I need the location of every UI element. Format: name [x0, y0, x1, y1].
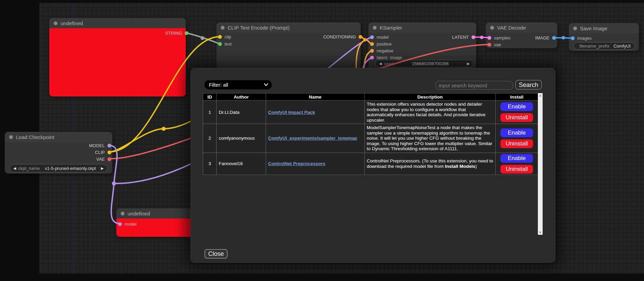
- clip-out-port-dot[interactable]: [108, 151, 111, 154]
- seed-widget-label: seed: [384, 61, 393, 66]
- search-button[interactable]: Search: [515, 80, 542, 90]
- port-string-output[interactable]: STRING: [165, 31, 188, 35]
- model-port-dot[interactable]: [118, 222, 122, 226]
- node-header[interactable]: Save Image: [569, 23, 639, 33]
- latent-port-dot[interactable]: [472, 35, 475, 39]
- close-button[interactable]: Close: [204, 249, 228, 259]
- port-conditioning-output[interactable]: CONDITIONING: [323, 35, 362, 39]
- string-port-dot[interactable]: [185, 31, 188, 35]
- node-status-dot-icon: [373, 26, 377, 30]
- port-label: CLIP: [95, 150, 105, 155]
- images-port-dot[interactable]: [571, 36, 575, 40]
- extension-manager-dialog: Filter: all Search ID Author Name Descri…: [191, 68, 555, 263]
- enable-button[interactable]: Enable: [500, 154, 533, 163]
- node-header[interactable]: VAE Decode: [486, 22, 557, 33]
- samples-port-dot[interactable]: [488, 36, 491, 40]
- node-load-checkpoint[interactable]: Load Checkpoint MODEL CLIP VAE ◀ ckpt_na…: [5, 132, 112, 174]
- port-image-output[interactable]: IMAGE: [535, 36, 556, 40]
- enable-button[interactable]: Enable: [500, 128, 533, 137]
- node-undefined-top[interactable]: undefined STRING: [49, 18, 186, 96]
- node-status-dot-icon: [490, 26, 494, 30]
- filter-select[interactable]: Filter: all: [204, 80, 272, 89]
- extension-link[interactable]: ComfyUI Impact Pack: [268, 110, 315, 115]
- port-vae-output[interactable]: VAE: [96, 157, 111, 161]
- widget-label: filename_prefix: [579, 43, 609, 49]
- node-ksampler[interactable]: KSampler model positive negative latent_…: [368, 22, 476, 70]
- extension-link[interactable]: ControlNet Preprocessors: [268, 161, 325, 166]
- node-header[interactable]: CLIP Text Encode (Prompt): [216, 22, 361, 33]
- seed-increment-icon[interactable]: ▶: [467, 62, 470, 66]
- header-description: Description: [365, 93, 496, 101]
- cell-id: 2: [203, 124, 217, 153]
- port-vae-input[interactable]: vae: [488, 42, 501, 47]
- enable-button[interactable]: Enable: [500, 102, 533, 111]
- port-text-input[interactable]: text: [218, 42, 232, 46]
- node-header[interactable]: undefined: [116, 208, 195, 218]
- port-label: VAE: [96, 157, 105, 162]
- vae-port-dot[interactable]: [488, 43, 491, 47]
- node-clip-text-encode[interactable]: CLIP Text Encode (Prompt) clip text COND…: [216, 22, 361, 70]
- negative-port-dot[interactable]: [370, 49, 374, 53]
- scroll-down-icon[interactable]: ▼: [539, 230, 541, 235]
- uninstall-button[interactable]: Uninstall: [500, 139, 533, 148]
- header-install: Install: [496, 93, 538, 101]
- filename-prefix-widget[interactable]: filename_prefix ComfyUI: [574, 42, 635, 50]
- vae-out-port-dot[interactable]: [108, 157, 111, 161]
- port-clip-input[interactable]: clip: [218, 35, 231, 39]
- image-port-dot[interactable]: [552, 36, 556, 40]
- extension-table-container: ID Author Name Description Install 1 Dr.…: [203, 93, 543, 235]
- port-label: MODEL: [89, 143, 105, 148]
- ckpt-decrement-icon[interactable]: ◀: [13, 166, 16, 171]
- table-scrollbar[interactable]: ▲ ▼: [538, 93, 543, 235]
- node-status-dot-icon: [121, 212, 125, 215]
- ckpt-increment-icon[interactable]: ▶: [101, 166, 104, 171]
- port-samples-input[interactable]: samples: [488, 36, 510, 40]
- model-port-dot[interactable]: [370, 35, 374, 39]
- port-latent-output[interactable]: LATENT: [452, 35, 475, 39]
- widget-label: ckpt_name: [18, 166, 40, 171]
- node-vae-decode[interactable]: VAE Decode samples vae IMAGE: [486, 22, 557, 48]
- port-model-output[interactable]: MODEL: [89, 143, 111, 147]
- conditioning-port-dot[interactable]: [359, 35, 362, 39]
- port-label: IMAGE: [535, 35, 549, 40]
- node-header[interactable]: KSampler: [368, 22, 476, 33]
- cell-id: 1: [203, 101, 217, 124]
- text-port-dot[interactable]: [218, 42, 222, 46]
- port-clip-output[interactable]: CLIP: [95, 150, 111, 154]
- port-label: clip: [225, 34, 231, 39]
- node-save-image[interactable]: Save Image images filename_prefix ComfyU…: [569, 23, 639, 51]
- cell-description: ModelSamplerTonemapNoiseTest a node that…: [365, 124, 496, 153]
- ckpt-name-widget[interactable]: ◀ ckpt_name v1-5-pruned-emaonly.ckpt ▶: [10, 164, 108, 172]
- port-label: LATENT: [452, 35, 469, 40]
- seed-decrement-icon[interactable]: ◀: [379, 62, 382, 66]
- model-out-port-dot[interactable]: [108, 144, 111, 147]
- node-title: undefined: [128, 211, 150, 216]
- port-model-input[interactable]: model: [370, 35, 389, 39]
- uninstall-button[interactable]: Uninstall: [500, 113, 533, 122]
- extension-link[interactable]: ComfyUI_experiments/sampler_tonemap: [268, 136, 357, 141]
- description-text: ModelSamplerTonemapNoiseTest a node that…: [367, 125, 492, 151]
- comfyui-canvas[interactable]: undefined STRING CLIP Text Encode (Promp…: [0, 0, 644, 281]
- port-label: positive: [377, 41, 392, 47]
- port-model-input[interactable]: model: [118, 222, 136, 226]
- clip-port-dot[interactable]: [218, 35, 222, 39]
- positive-port-dot[interactable]: [370, 42, 374, 46]
- node-header[interactable]: undefined: [49, 18, 186, 28]
- node-undefined-bottom[interactable]: undefined model: [116, 208, 195, 237]
- extension-table: ID Author Name Description Install 1 Dr.…: [203, 93, 538, 175]
- seed-widget[interactable]: ◀ seed 156680208700286 ▶: [375, 60, 474, 67]
- port-latent-image-input[interactable]: latent_image: [370, 55, 402, 59]
- widget-value: v1-5-pruned-emaonly.ckpt: [45, 166, 96, 171]
- port-label: model: [377, 35, 389, 40]
- scroll-up-icon[interactable]: ▲: [539, 93, 541, 98]
- node-header[interactable]: Load Checkpoint: [5, 132, 112, 142]
- port-positive-input[interactable]: positive: [370, 42, 392, 46]
- search-input[interactable]: [435, 81, 513, 90]
- port-negative-input[interactable]: negative: [370, 49, 393, 53]
- cell-description: This extension offers various detector n…: [365, 101, 496, 124]
- port-label: samples: [494, 35, 510, 40]
- uninstall-button[interactable]: Uninstall: [500, 165, 533, 174]
- port-images-input[interactable]: images: [571, 36, 592, 40]
- filter-select-wrap[interactable]: Filter: all: [204, 80, 272, 89]
- latent-image-port-dot[interactable]: [370, 56, 374, 59]
